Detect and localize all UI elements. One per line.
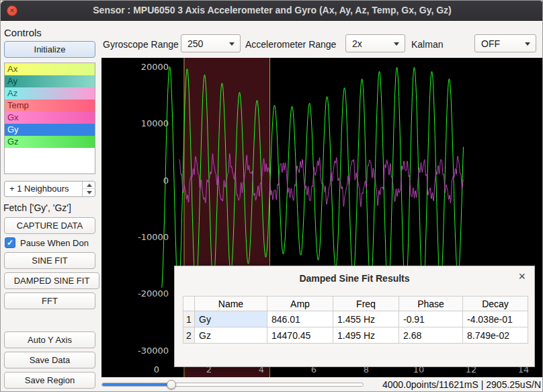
cell-decay[interactable]: 8.749e-02 bbox=[463, 327, 528, 344]
slider-fill bbox=[102, 383, 169, 386]
spinbox-arrows bbox=[82, 182, 95, 196]
gyroscope-range-value: 250 bbox=[187, 38, 203, 49]
cell-phase[interactable]: -0.91 bbox=[399, 311, 463, 327]
channel-item-gx[interactable]: Gx bbox=[5, 112, 95, 124]
chevron-down-icon bbox=[525, 42, 530, 46]
damped-sine-fit-results-dialog: Damped Sine Fit Results × Name Amp Freq … bbox=[174, 266, 535, 367]
table-row: 1 Gy 846.01 1.455 Hz -0.91 -4.038e-01 bbox=[183, 311, 528, 327]
cell-phase[interactable]: 2.68 bbox=[399, 327, 463, 344]
save-region-button[interactable]: Save Region bbox=[4, 372, 95, 389]
spin-down-button[interactable] bbox=[83, 189, 95, 196]
cell-freq[interactable]: 1.495 Hz bbox=[333, 327, 399, 344]
sine-fit-button[interactable]: SINE FIT bbox=[4, 252, 95, 269]
arrow-up-icon bbox=[87, 184, 92, 187]
col-amp[interactable]: Amp bbox=[267, 297, 333, 311]
col-decay[interactable]: Decay bbox=[463, 297, 528, 311]
y-tick-label: 10000 bbox=[141, 118, 169, 128]
damped-sine-fit-button[interactable]: DAMPED SINE FIT bbox=[4, 272, 99, 289]
channel-list: Ax Ay Az Temp Gx Gy Gz bbox=[4, 63, 95, 174]
auto-y-axis-button[interactable]: Auto Y Axis bbox=[4, 331, 95, 348]
neighbours-spinbox[interactable]: + 1 Neighbours bbox=[4, 181, 95, 197]
pause-checkbox-label: Pause When Don bbox=[20, 238, 99, 248]
checkbox-check-icon[interactable]: ✓ bbox=[5, 237, 15, 248]
pause-when-done-checkbox[interactable]: ✓ Pause When Don bbox=[5, 237, 99, 249]
col-name[interactable]: Name bbox=[195, 297, 267, 311]
accelerometer-range-value: 2x bbox=[352, 38, 362, 49]
fft-button[interactable]: FFT bbox=[4, 292, 95, 309]
neighbours-value: + 1 Neighbours bbox=[9, 184, 69, 194]
fetch-label: Fetch ['Gy', 'Gz'] bbox=[3, 202, 71, 213]
status-bar: 4000.0points/11621mS | 2905.25uS/N bbox=[101, 377, 543, 392]
y-tick-label: 20000 bbox=[141, 62, 169, 72]
y-tick-label: -20000 bbox=[138, 288, 169, 299]
row-header[interactable]: 2 bbox=[183, 327, 195, 344]
channel-item-gz[interactable]: Gz bbox=[5, 136, 95, 148]
channel-item-ax[interactable]: Ax bbox=[5, 63, 95, 75]
kalman-value: OFF bbox=[481, 38, 500, 49]
cell-name[interactable]: Gy bbox=[195, 311, 267, 327]
col-phase[interactable]: Phase bbox=[399, 297, 463, 311]
slider-handle[interactable] bbox=[167, 380, 176, 389]
gyroscope-range-select[interactable]: 250 bbox=[181, 34, 241, 52]
cell-amp[interactable]: 14470.45 bbox=[267, 327, 333, 344]
results-table: Name Amp Freq Phase Decay 1 Gy 846.01 1.… bbox=[183, 296, 528, 344]
y-tick-label: 0 bbox=[163, 175, 169, 186]
window-title: Sensor : MPU6050 3 Axis Accelerometer an… bbox=[1, 5, 543, 15]
acquisition-status-text: 4000.0points/11621mS | 2905.25uS/N bbox=[382, 379, 541, 390]
results-header-row: Name Amp Freq Phase Decay bbox=[183, 297, 528, 311]
titlebar: ✕ Sensor : MPU6050 3 Axis Accelerometer … bbox=[1, 1, 543, 21]
table-row: 2 Gz 14470.45 1.495 Hz 2.68 8.749e-02 bbox=[183, 327, 528, 344]
kalman-select[interactable]: OFF bbox=[474, 34, 536, 52]
initialize-button[interactable]: Initialize bbox=[4, 41, 95, 58]
channel-item-ay[interactable]: Ay bbox=[5, 75, 95, 87]
gyroscope-range-label: Gyroscope Range bbox=[103, 39, 179, 50]
cell-name[interactable]: Gz bbox=[195, 327, 267, 344]
row-header[interactable]: 1 bbox=[183, 311, 195, 327]
channel-item-az[interactable]: Az bbox=[5, 87, 95, 100]
corner-cell bbox=[183, 297, 195, 311]
arrow-down-icon bbox=[87, 191, 92, 194]
accelerometer-range-select[interactable]: 2x bbox=[345, 34, 405, 52]
cell-amp[interactable]: 846.01 bbox=[267, 311, 333, 327]
cell-freq[interactable]: 1.455 Hz bbox=[333, 311, 399, 327]
x-tick-label: 0 bbox=[154, 364, 159, 375]
kalman-label: Kalman bbox=[411, 39, 443, 50]
chevron-down-icon bbox=[394, 42, 399, 46]
col-freq[interactable]: Freq bbox=[333, 297, 399, 311]
spin-up-button[interactable] bbox=[83, 182, 95, 189]
chevron-down-icon bbox=[229, 42, 235, 46]
dialog-title: Damped Sine Fit Results bbox=[175, 273, 534, 284]
capture-data-button[interactable]: CAPTURE DATA bbox=[4, 217, 95, 234]
channel-item-gy[interactable]: Gy bbox=[5, 124, 95, 136]
y-tick-label: -30000 bbox=[138, 346, 169, 356]
cell-decay[interactable]: -4.038e-01 bbox=[463, 311, 528, 327]
y-tick-label: -10000 bbox=[138, 232, 169, 242]
plot-position-slider[interactable] bbox=[101, 383, 364, 387]
app-window: ✕ Sensor : MPU6050 3 Axis Accelerometer … bbox=[0, 0, 543, 392]
close-icon[interactable]: × bbox=[518, 270, 526, 282]
accelerometer-range-label: Accelerometer Range bbox=[245, 39, 336, 50]
channel-item-temp[interactable]: Temp bbox=[5, 100, 95, 112]
controls-heading: Controls bbox=[4, 27, 42, 38]
save-data-button[interactable]: Save Data bbox=[4, 352, 95, 368]
